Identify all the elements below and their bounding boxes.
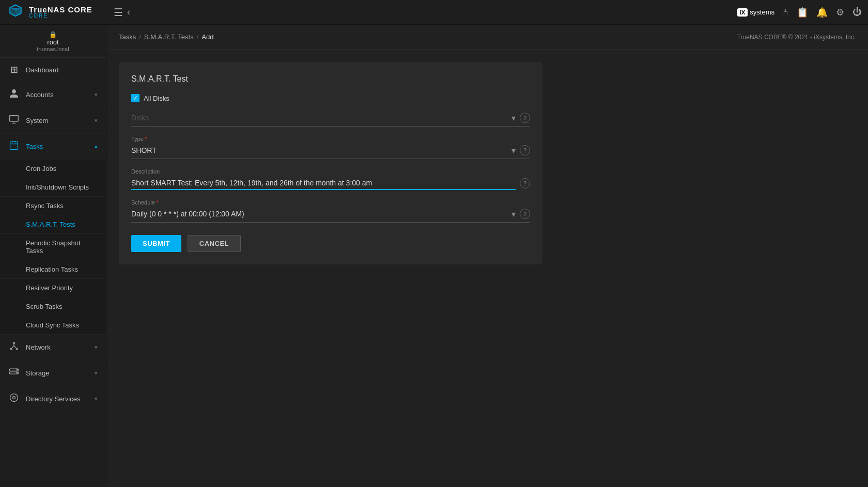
schedule-input[interactable] [131,208,507,220]
sidebar-item-label: Tasks [26,143,88,150]
type-dropdown-arrow[interactable]: ▾ [512,146,516,155]
disks-input-row: ▾ ? [131,112,530,127]
schedule-dropdown-arrow[interactable]: ▾ [512,209,516,219]
sidebar-item-network[interactable]: Network ▾ [0,335,106,360]
type-help-icon[interactable]: ? [520,145,530,155]
topnav-right: iX systems ⑃ 📋 🔔 ⚙ ⏻ [737,7,862,18]
tasks-subitems: Cron Jobs Init/Shutdown Scripts Rsync Ta… [0,160,106,335]
subitem-label: Scrub Tasks [26,303,63,310]
form-title: S.M.A.R.T. Test [131,74,530,84]
sidebar-item-label: Directory Services [26,395,88,403]
sidebar-subitem-smart-tests[interactable]: S.M.A.R.T. Tests [0,215,106,234]
docs-icon[interactable]: 📋 [797,7,808,18]
schedule-input-row: ▾ ? [131,208,530,223]
disks-input[interactable] [131,112,507,124]
disks-field: ▾ ? [131,112,530,127]
back-icon[interactable]: ‹ [127,7,130,18]
subitem-label: Cloud Sync Tasks [26,321,79,329]
description-input[interactable] [131,177,516,190]
subitem-label: Rsync Tasks [26,202,64,210]
settings-icon[interactable]: ⚙ [836,7,844,18]
sidebar-subitem-scrub-tasks[interactable]: Scrub Tasks [0,297,106,316]
breadcrumb-tasks[interactable]: Tasks [119,33,136,41]
type-input-row: SHORT LONG CONVEYANCE OFFLINE ▾ ? [131,144,530,159]
system-icon [8,114,20,127]
user-name: root [0,38,106,46]
sidebar-item-accounts[interactable]: Accounts ▾ [0,82,106,108]
subitem-label: Periodic Snapshot Tasks [26,239,98,255]
breadcrumb: Tasks / S.M.A.R.T. Tests / Add [119,33,213,41]
svg-rect-6 [10,142,18,149]
accounts-icon [8,88,20,101]
sidebar-subitem-cloud-sync-tasks[interactable]: Cloud Sync Tasks [0,316,106,335]
sidebar-subitem-cron-jobs[interactable]: Cron Jobs [0,160,106,178]
svg-point-12 [17,369,18,370]
sidebar-item-label: Storage [26,369,88,377]
cancel-button[interactable]: CANCEL [188,235,241,252]
sidebar-item-storage[interactable]: Storage ▾ [0,360,106,386]
sidebar-subitem-replication-tasks[interactable]: Replication Tasks [0,260,106,279]
form-actions: SUBMIT CANCEL [131,235,530,252]
breadcrumb-add: Add [202,33,213,41]
svg-point-9 [16,348,18,350]
smart-test-form: S.M.A.R.T. Test ✓ All Disks ▾ ? Type* [119,62,542,264]
dashboard-icon: ⊞ [8,64,20,75]
systems-label: systems [750,8,774,16]
type-field: Type* SHORT LONG CONVEYANCE OFFLINE ▾ ? [131,136,530,159]
user-host: truenas.local [0,46,106,52]
logo-text: TrueNAS CORE CORE [29,6,92,19]
sidebar-item-label: Dashboard [26,66,98,74]
truenas-logo-icon [6,3,25,22]
sidebar-subitem-resilver-priority[interactable]: Resilver Priority [0,279,106,297]
ix-systems-logo: iX systems [737,8,774,17]
alert-icon[interactable]: 🔔 [816,7,828,18]
expand-arrow-icon: ▾ [95,344,98,351]
breadcrumb-smart-tests[interactable]: S.M.A.R.T. Tests [144,33,194,41]
description-help-icon[interactable]: ? [520,178,530,188]
trident-icon[interactable]: ⑃ [783,7,788,18]
tasks-icon [8,140,20,153]
submit-button[interactable]: SUBMIT [131,235,181,252]
sidebar-item-system[interactable]: System ▾ [0,108,106,134]
sidebar-subitem-init-shutdown[interactable]: Init/Shutdown Scripts [0,178,106,197]
schedule-help-icon[interactable]: ? [520,209,530,219]
content-area: Tasks / S.M.A.R.T. Tests / Add TrueNAS C… [106,25,868,487]
schedule-field: Schedule* ▾ ? [131,199,530,223]
expand-arrow-icon: ▾ [95,370,98,376]
network-icon [8,341,20,354]
user-lock-icon: 🔒 [0,31,106,38]
sidebar-subitem-rsync-tasks[interactable]: Rsync Tasks [0,197,106,215]
svg-point-15 [13,397,16,399]
breadcrumb-sep-2: / [197,33,199,41]
svg-point-8 [10,348,12,350]
subitem-label: Replication Tasks [26,265,78,273]
directory-services-icon [8,392,20,405]
disks-help-icon[interactable]: ? [520,113,530,123]
main-layout: 🔒 root truenas.local ⊞ Dashboard Account… [0,25,868,487]
disks-dropdown-arrow[interactable]: ▾ [512,113,516,123]
type-select[interactable]: SHORT LONG CONVEYANCE OFFLINE [131,144,507,156]
sidebar: 🔒 root truenas.local ⊞ Dashboard Account… [0,25,106,487]
checkmark-icon: ✓ [133,95,138,101]
storage-icon [8,367,20,380]
all-disks-row: ✓ All Disks [131,94,530,102]
sidebar-item-tasks[interactable]: Tasks ▴ [0,134,106,160]
sidebar-item-label: System [26,117,88,124]
expand-arrow-icon: ▾ [95,91,98,98]
sidebar-item-label: Network [26,343,88,351]
description-label: Description [131,168,530,175]
svg-point-7 [13,342,14,344]
all-disks-checkbox[interactable]: ✓ [131,94,140,102]
breadcrumb-sep-1: / [139,33,141,41]
subitem-label: Init/Shutdown Scripts [26,183,89,191]
sidebar-item-directory-services[interactable]: Directory Services ▾ [0,386,106,412]
breadcrumb-bar: Tasks / S.M.A.R.T. Tests / Add TrueNAS C… [106,25,868,50]
topnav: TrueNAS CORE CORE ☰ ‹ iX systems ⑃ 📋 🔔 ⚙… [0,0,868,25]
sidebar-subitem-periodic-snapshot[interactable]: Periodic Snapshot Tasks [0,234,106,260]
description-field: Description ? [131,168,530,190]
sidebar-item-dashboard[interactable]: ⊞ Dashboard [0,58,106,82]
svg-point-14 [10,394,18,402]
svg-point-13 [17,372,18,373]
power-icon[interactable]: ⏻ [853,7,862,18]
hamburger-icon[interactable]: ☰ [114,6,123,19]
